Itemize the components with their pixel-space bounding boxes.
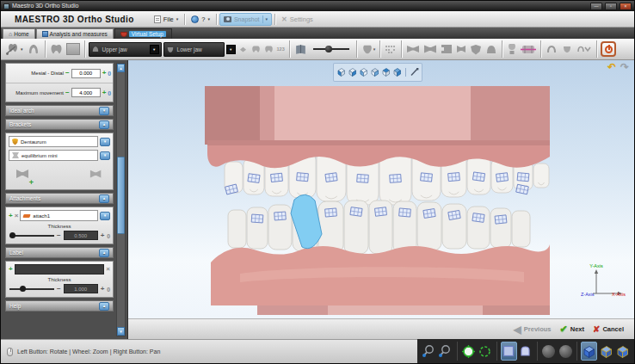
attachment-select[interactable]: attach1	[20, 210, 98, 221]
sidebar-scrollbar[interactable]: ▴ ▾	[116, 63, 126, 336]
bracket-type-4-button[interactable]	[455, 40, 467, 59]
collapse-section-button[interactable]: ▴	[99, 194, 109, 203]
section-brackets[interactable]: Brackets ▴	[5, 119, 114, 130]
bracket[interactable]	[251, 214, 263, 223]
previous-button[interactable]: ◀ Previous	[514, 324, 552, 335]
tooth-tool-button[interactable]	[49, 40, 64, 59]
tab-analysis-and-measures[interactable]: Analysis and measures	[36, 28, 114, 39]
slider-knob[interactable]	[20, 286, 26, 292]
zoom-in-button[interactable]	[421, 342, 436, 361]
bracket[interactable]	[350, 207, 362, 217]
lower-arch-view-button[interactable]	[560, 40, 574, 59]
3d-viewport[interactable]: ↶ ↷ Y-Axis Z-Axis X-Axis ◀ Previous	[128, 60, 634, 339]
help-menu[interactable]: ? ▾	[185, 11, 216, 27]
add-brackets-button[interactable]: +	[15, 167, 32, 186]
tooth-display-button[interactable]: ▾	[361, 40, 377, 59]
increase-button[interactable]: +	[101, 232, 105, 239]
grid-points-button[interactable]	[384, 40, 398, 59]
cancel-button[interactable]: ✘ Cancel	[593, 325, 624, 334]
bracket[interactable]	[472, 172, 484, 182]
bracket[interactable]	[448, 173, 460, 182]
section-label[interactable]: Label ▴	[5, 247, 114, 258]
both-arches-view-button[interactable]	[576, 40, 593, 59]
tab-home[interactable]: ⌂ Home	[3, 28, 35, 39]
view-bottom-cube-button[interactable]	[392, 65, 402, 80]
bracket-type-1-button[interactable]	[405, 40, 421, 59]
increase-button[interactable]: +	[102, 89, 107, 96]
dental-model-scene[interactable]	[128, 60, 634, 318]
transparency-slider[interactable]	[313, 48, 349, 50]
section-help[interactable]: Help ▴	[5, 300, 114, 312]
slider-knob[interactable]	[325, 46, 332, 52]
collapse-section-button[interactable]: ▴	[99, 120, 109, 129]
bracket[interactable]	[448, 210, 460, 219]
bracket[interactable]	[357, 174, 369, 182]
tooth-option-button[interactable]	[250, 40, 262, 59]
bracket-type-2-button[interactable]	[422, 40, 438, 59]
chevron-down-icon[interactable]: ▾	[262, 15, 268, 23]
tooth-option-button[interactable]	[237, 40, 249, 59]
upper-arch-view-button[interactable]	[545, 40, 558, 59]
zoom-out-button[interactable]	[437, 342, 453, 361]
decrease-button[interactable]: −	[57, 286, 61, 293]
increase-button[interactable]: +	[102, 70, 107, 77]
decrease-button[interactable]: −	[65, 89, 70, 96]
view-front-cube-button[interactable]	[336, 65, 346, 80]
view-jaw-outline-button[interactable]	[518, 342, 533, 361]
collapse-section-button[interactable]: ▴	[99, 302, 109, 311]
bracket[interactable]	[423, 209, 435, 219]
tooth-bracket-button[interactable]	[506, 40, 518, 59]
sphere-view-button[interactable]	[558, 342, 573, 361]
bracket[interactable]	[390, 174, 402, 182]
bracket[interactable]	[472, 213, 484, 223]
remove-attachment-button[interactable]: ×	[15, 213, 19, 219]
bracket[interactable]	[274, 212, 287, 220]
bracket[interactable]	[399, 208, 411, 217]
lower-jaw-select[interactable]: Lower jaw	[163, 42, 225, 57]
measure-line-button[interactable]	[410, 65, 419, 80]
remove-label-button[interactable]: ×	[106, 266, 110, 273]
bracket-system-select[interactable]: equilibrium mini	[9, 150, 98, 161]
expand-section-button[interactable]: ▾	[99, 107, 109, 115]
scrollbar-thumb[interactable]	[117, 157, 125, 234]
scroll-down-button[interactable]: ▾	[117, 327, 125, 336]
minimize-button[interactable]: —	[590, 3, 602, 10]
view-left-cube-button[interactable]	[359, 65, 368, 80]
bracket[interactable]	[375, 207, 387, 217]
bracket[interactable]	[495, 215, 507, 224]
next-button[interactable]: ✔ Next	[560, 324, 584, 334]
bracket-wire-button[interactable]	[520, 40, 537, 59]
tab-virtual-setup[interactable]: Virtual Setup	[114, 28, 172, 39]
section-ideal-arch[interactable]: Ideal arch ▾	[5, 105, 114, 116]
decrease-button[interactable]: −	[57, 232, 61, 239]
bracket[interactable]	[496, 173, 509, 182]
maximum-movement-input[interactable]	[71, 88, 101, 97]
scrollbar-track[interactable]	[117, 72, 125, 327]
attachment-thickness-slider[interactable]	[9, 235, 54, 237]
reset-cycle-icon[interactable]: ( )	[107, 287, 109, 292]
zoom-fit-button[interactable]	[460, 342, 476, 361]
bracket-type-3-button[interactable]	[440, 40, 453, 59]
sphere-view-button[interactable]	[541, 342, 557, 361]
report-book-button[interactable]	[293, 40, 308, 59]
bracket[interactable]	[271, 173, 283, 182]
reset-cycle-icon[interactable]: ( )	[108, 90, 110, 96]
cube-view-corner-button[interactable]	[615, 342, 631, 361]
redo-button[interactable]: ↷	[620, 62, 629, 72]
add-attachment-button[interactable]: +	[9, 213, 13, 219]
label-text-input[interactable]	[15, 264, 105, 275]
reset-rotation-button[interactable]	[478, 342, 493, 361]
bracket[interactable]	[421, 173, 433, 182]
view-right-cube-button[interactable]	[370, 65, 379, 80]
bracket[interactable]	[325, 173, 337, 182]
bracket-shield-button[interactable]	[469, 40, 483, 59]
bracket[interactable]	[325, 208, 337, 217]
cube-view-front-button[interactable]	[581, 342, 597, 361]
settings-menu[interactable]: ✕ Settings	[275, 11, 319, 27]
scroll-up-button[interactable]: ▴	[117, 64, 125, 72]
bracket[interactable]	[517, 173, 529, 182]
close-button[interactable]: ×	[620, 3, 632, 10]
slider-knob[interactable]	[9, 232, 15, 238]
mesial-distal-input[interactable]	[71, 69, 101, 78]
file-menu[interactable]: File ▾	[148, 11, 185, 27]
